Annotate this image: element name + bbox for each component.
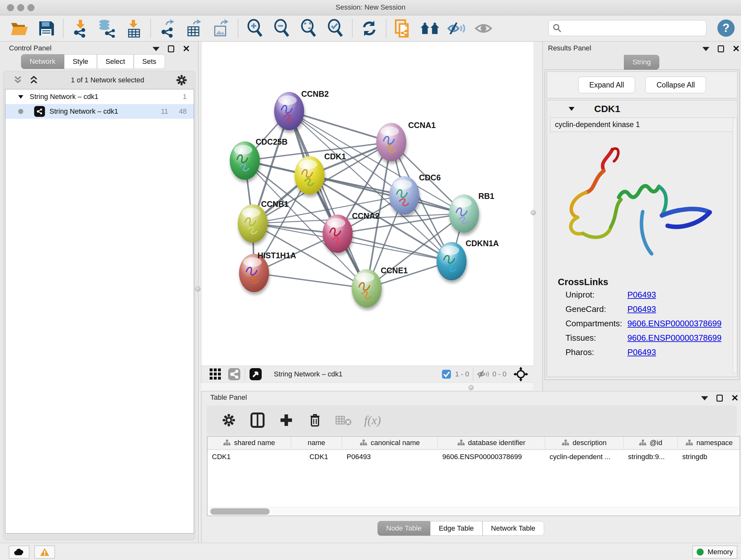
fit-selected-crosshair-icon[interactable] — [514, 367, 528, 381]
import-table-icon[interactable] — [124, 18, 144, 38]
detach-view-icon[interactable] — [249, 368, 262, 381]
network-node[interactable]: CDC6 — [389, 173, 441, 214]
network-node[interactable]: CDC25B — [230, 137, 287, 180]
panel-menu-icon[interactable] — [152, 47, 159, 51]
grid-view-icon[interactable] — [209, 368, 222, 381]
zoom-out-icon[interactable] — [272, 18, 292, 38]
close-panel-icon[interactable]: ✕ — [183, 45, 190, 52]
network-node[interactable]: HIST1H1A — [239, 251, 296, 292]
network-node[interactable]: CDKN1A — [436, 239, 499, 280]
cell-canonical-name[interactable]: P06493 — [342, 453, 438, 461]
float-panel-icon[interactable] — [717, 395, 723, 401]
show-columns-icon[interactable] — [249, 412, 266, 428]
crosslink-pharos-link[interactable]: P06493 — [627, 348, 656, 357]
close-panel-icon[interactable]: ✕ — [732, 45, 740, 52]
tab-network-table[interactable]: Network Table — [482, 521, 544, 536]
collection-expand-icon[interactable] — [17, 94, 24, 99]
network-node[interactable]: CCNA2 — [323, 211, 380, 253]
crosslink-uniprot-link[interactable]: P06493 — [627, 290, 656, 300]
crosslink-genecard-link[interactable]: P06493 — [627, 304, 656, 314]
hide-selected-icon[interactable] — [447, 18, 467, 38]
network-edge[interactable] — [289, 111, 367, 288]
cell-description[interactable]: cyclin-dependent ... — [545, 453, 623, 461]
refresh-icon[interactable] — [359, 18, 379, 38]
column-header-shared-name[interactable]: shared name — [207, 436, 291, 449]
tab-sets[interactable]: Sets — [134, 54, 165, 69]
panel-menu-icon[interactable] — [702, 47, 710, 51]
network-collection-row[interactable]: String Network – cdk1 1 — [5, 89, 194, 104]
import-network-file-icon[interactable] — [70, 18, 90, 38]
network-edge[interactable] — [289, 111, 391, 142]
search-input[interactable] — [562, 23, 702, 33]
column-header-id[interactable]: @id — [623, 436, 678, 449]
network-graph[interactable]: CCNB2CCNA1CDC25BCDK1CDC6RB1CCNB1CCNA2CDK… — [201, 42, 534, 366]
network-row[interactable]: String Network – cdk1 11 48 — [5, 104, 194, 119]
results-scrollbar[interactable] — [733, 118, 737, 373]
tab-node-table[interactable]: Node Table — [378, 521, 430, 536]
network-options-gear-icon[interactable] — [176, 74, 187, 86]
float-panel-icon[interactable] — [718, 45, 724, 52]
export-table-icon[interactable] — [185, 18, 204, 38]
table-row[interactable]: CDK1 CDK1 P06493 9606.ENSP00000378699 cy… — [207, 450, 740, 464]
horizontal-splitter[interactable] — [201, 382, 533, 391]
tab-network[interactable]: Network — [21, 54, 64, 69]
crosslink-compartments-link[interactable]: 9606.ENSP00000378699 — [627, 319, 722, 328]
create-column-icon[interactable] — [278, 412, 294, 428]
warning-status-button[interactable] — [35, 546, 55, 558]
tab-edge-table[interactable]: Edge Table — [430, 521, 482, 536]
zoom-selected-icon[interactable] — [326, 18, 345, 38]
table-hscrollbar[interactable] — [208, 507, 739, 515]
zoom-in-icon[interactable] — [245, 18, 265, 38]
crosslink-tissues-link[interactable]: 9606.ENSP00000378699 — [627, 333, 722, 343]
save-session-icon[interactable] — [37, 18, 56, 38]
cell-id[interactable]: stringdb:9... — [623, 453, 678, 461]
cell-name[interactable]: CDK1 — [291, 453, 342, 461]
export-network-icon[interactable] — [158, 18, 178, 38]
column-header-namespace[interactable]: namespace — [678, 436, 740, 449]
expand-all-button[interactable]: Expand All — [578, 77, 635, 93]
help-icon[interactable]: ? — [718, 19, 735, 37]
network-birdseye-icon[interactable] — [227, 368, 241, 381]
cell-database-identifier[interactable]: 9606.ENSP00000378699 — [438, 453, 545, 461]
column-header-canonical-name[interactable]: canonical name — [342, 436, 438, 449]
zoom-fit-icon[interactable] — [299, 18, 319, 38]
network-node[interactable]: RB1 — [449, 192, 494, 233]
network-node[interactable]: CCNB2 — [274, 89, 329, 130]
splitter-handle[interactable] — [531, 210, 536, 215]
cell-shared-name[interactable]: CDK1 — [207, 453, 291, 461]
tab-select[interactable]: Select — [97, 54, 134, 69]
collapse-all-button[interactable]: Collapse All — [645, 77, 706, 93]
column-header-name[interactable]: name — [291, 436, 342, 449]
gene-collapse-icon[interactable] — [568, 106, 575, 112]
column-header-description[interactable]: description — [545, 436, 623, 449]
export-image-icon[interactable] — [211, 18, 231, 38]
cell-namespace[interactable]: stringdb — [678, 453, 740, 461]
clone-network-icon[interactable] — [393, 18, 413, 38]
selected-checkbox-icon[interactable] — [442, 369, 451, 379]
table-options-gear-icon[interactable] — [220, 412, 237, 428]
network-node[interactable]: CCNA1 — [376, 121, 435, 161]
float-panel-icon[interactable] — [168, 45, 174, 52]
close-panel-icon[interactable]: ✕ — [731, 395, 738, 401]
table-hscrollbar-thumb[interactable] — [210, 508, 270, 515]
tab-string[interactable]: String — [624, 55, 659, 70]
open-file-icon[interactable] — [10, 18, 29, 38]
network-canvas[interactable]: CCNB2CCNA1CDC25BCDK1CDC6RB1CCNB1CCNA2CDK… — [201, 42, 533, 366]
show-all-icon[interactable] — [474, 18, 493, 38]
column-header-database-identifier[interactable]: database identifier — [438, 436, 545, 449]
network-node[interactable]: CCNB1 — [238, 199, 288, 243]
splitter-handle[interactable] — [195, 287, 200, 292]
collapse-all-networks-icon[interactable] — [12, 75, 23, 85]
expand-all-networks-icon[interactable] — [28, 75, 39, 85]
tab-style[interactable]: Style — [64, 54, 97, 69]
delete-column-icon[interactable] — [307, 412, 323, 428]
network-node[interactable]: CCNE1 — [352, 266, 408, 307]
splitter-handle[interactable] — [468, 385, 474, 390]
first-neighbors-icon[interactable] — [420, 18, 440, 38]
import-network-database-icon[interactable] — [97, 18, 117, 38]
network-edge[interactable] — [310, 175, 464, 213]
panel-menu-icon[interactable] — [701, 396, 708, 400]
memory-button[interactable]: Memory — [692, 546, 737, 558]
cloud-status-button[interactable] — [9, 546, 29, 558]
network-edge[interactable] — [254, 273, 367, 288]
